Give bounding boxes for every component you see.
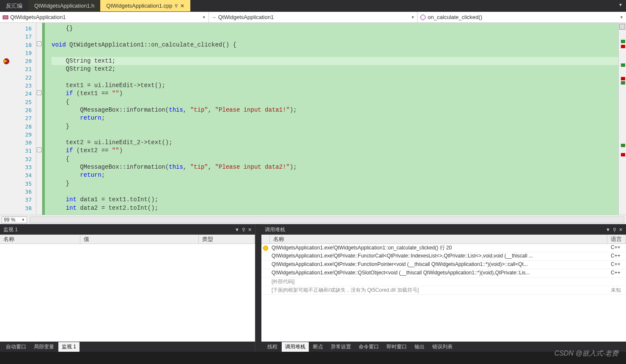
panel-splitter[interactable] xyxy=(255,224,261,352)
code-line[interactable]: void QtWidgetsApplication1::on_calculate… xyxy=(52,41,618,49)
callstack-body[interactable]: QtWidgetsApplication1.exe!QtWidgetsAppli… xyxy=(261,244,626,342)
arrow-right-icon: → xyxy=(211,14,217,20)
tab-disassembly[interactable]: 反汇编 xyxy=(0,0,28,11)
bottom-tab[interactable]: 调用堆栈 xyxy=(282,342,309,352)
left-bottom-tabs: 自动窗口局部变量监视 1 xyxy=(0,342,255,352)
callstack-row[interactable]: QtWidgetsApplication1.exe!QtWidgetsAppli… xyxy=(261,244,626,252)
callstack-row[interactable]: QtWidgetsApplication1.exe!QtPrivate::QSl… xyxy=(261,269,626,278)
bottom-tab[interactable]: 监视 1 xyxy=(58,342,80,352)
fold-toggle[interactable]: − xyxy=(37,41,41,46)
breakpoint-gutter[interactable]: ➤ xyxy=(0,23,12,215)
tab-header-file[interactable]: QtWidgetsApplication1.h xyxy=(28,0,100,11)
document-tab-bar: 反汇编 QtWidgetsApplication1.h QtWidgetsApp… xyxy=(0,0,626,12)
dropdown-icon[interactable]: ▼ xyxy=(235,227,239,232)
code-line[interactable]: QMessageBox::information(this, "tip", "P… xyxy=(52,106,618,114)
split-icon[interactable] xyxy=(619,24,625,30)
zoom-bar: 99 % ▼ xyxy=(0,215,626,224)
chevron-down-icon: ▼ xyxy=(202,15,206,19)
callstack-row[interactable]: [下面的框架可能不正确和/或缺失，没有为 Qt5Cored.dll 加载符号]未… xyxy=(261,286,626,295)
code-line[interactable] xyxy=(52,49,618,57)
code-line[interactable]: QString text1; xyxy=(52,57,618,65)
close-icon[interactable]: ✕ xyxy=(248,227,252,233)
chevron-down-icon: ▼ xyxy=(21,218,25,222)
col-lang[interactable]: 语言 xyxy=(607,235,626,244)
callstack-row[interactable]: [外部代码] xyxy=(261,278,626,286)
bottom-tab[interactable]: 断点 xyxy=(310,342,327,352)
bottom-tab[interactable]: 命令窗口 xyxy=(355,342,382,352)
watch-panel-title: 监视 1 xyxy=(3,226,232,233)
method-icon xyxy=(420,14,426,20)
watch-grid-header: 名称 值 类型 xyxy=(0,235,255,244)
svg-rect-0 xyxy=(3,16,8,19)
fold-toggle[interactable]: − xyxy=(37,90,41,95)
zoom-combo[interactable]: 99 % ▼ xyxy=(2,216,27,223)
execution-pointer-icon: ➤ xyxy=(3,57,8,64)
dropdown-icon[interactable]: ▼ xyxy=(606,227,610,232)
svg-rect-1 xyxy=(420,14,426,20)
pin-icon[interactable]: ⚲ xyxy=(242,227,245,233)
code-line[interactable] xyxy=(52,33,618,41)
overview-ruler[interactable] xyxy=(618,23,626,215)
callstack-grid-header: 名称 语言 xyxy=(261,235,626,244)
bottom-tab[interactable]: 异常设置 xyxy=(327,342,354,352)
project-icon xyxy=(3,14,8,20)
col-value[interactable]: 值 xyxy=(80,235,199,244)
code-line[interactable]: { xyxy=(52,155,618,163)
fold-strip[interactable]: − − − xyxy=(36,23,42,215)
code-line[interactable] xyxy=(52,74,618,82)
callstack-panel-title: 调用堆栈 xyxy=(265,226,603,233)
callstack-row[interactable]: QtWidgetsApplication1.exe!QtPrivate::Fun… xyxy=(261,261,626,269)
code-line[interactable]: } xyxy=(52,123,618,131)
callstack-row[interactable]: QtWidgetsApplication1.exe!QtPrivate::Fun… xyxy=(261,252,626,261)
chevron-down-icon: ▼ xyxy=(411,15,415,19)
scope-combo[interactable]: QtWidgetsApplication1 ▼ xyxy=(0,12,209,22)
class-combo[interactable]: → QtWidgetsApplication1 ▼ xyxy=(209,12,418,22)
current-frame-icon xyxy=(263,246,268,251)
right-bottom-tabs: 线程调用堆栈断点异常设置命令窗口即时窗口输出错误列表 xyxy=(261,342,626,352)
bottom-tab[interactable]: 错误列表 xyxy=(429,342,456,352)
code-editor[interactable]: ➤ 16171819202122232425262728293031323334… xyxy=(0,23,626,215)
watch-panel: 监视 1 ▼ ⚲ ✕ 名称 值 类型 自动窗口局部变量监视 1 xyxy=(0,224,255,352)
tab-overflow-icon[interactable]: ▾ xyxy=(615,0,626,11)
function-combo[interactable]: on_calculate_clicked() ▼ xyxy=(417,12,626,22)
chevron-down-icon: ▼ xyxy=(620,15,623,19)
bottom-tab[interactable]: 自动窗口 xyxy=(3,342,30,352)
code-line[interactable] xyxy=(52,188,618,196)
code-line[interactable]: int data2 = text2.toInt(); xyxy=(52,204,618,212)
pin-icon[interactable]: ⚲ xyxy=(613,227,616,233)
watch-body[interactable] xyxy=(0,244,255,342)
bottom-tab[interactable]: 局部变量 xyxy=(30,342,58,352)
bottom-tab[interactable]: 线程 xyxy=(264,342,281,352)
horizontal-scrollbar[interactable] xyxy=(30,216,624,223)
code-line[interactable]: return; xyxy=(52,171,618,179)
code-line[interactable]: text1 = ui.lineEdit->text(); xyxy=(52,82,618,90)
code-line[interactable]: if (text1 == "") xyxy=(52,90,618,98)
code-text[interactable]: {}void QtWidgetsApplication1::on_calcula… xyxy=(45,23,618,215)
code-line[interactable]: {} xyxy=(52,25,618,33)
code-line[interactable]: int data1 = text1.toInt(); xyxy=(52,196,618,204)
code-line[interactable]: QMessageBox::information(this, "tip", "P… xyxy=(52,163,618,171)
code-line[interactable]: QString text2; xyxy=(52,65,618,73)
col-name[interactable]: 名称 xyxy=(270,235,607,244)
close-icon[interactable]: ✕ xyxy=(619,227,623,233)
code-line[interactable]: if (text2 == "") xyxy=(52,147,618,155)
code-line[interactable]: } xyxy=(52,180,618,188)
bottom-tab[interactable]: 输出 xyxy=(411,342,428,352)
bottom-tab[interactable]: 即时窗口 xyxy=(383,342,410,352)
close-icon[interactable]: ✕ xyxy=(180,3,184,9)
col-name[interactable]: 名称 xyxy=(0,235,80,244)
pin-icon[interactable]: ⚲ xyxy=(175,3,178,8)
tab-source-file[interactable]: QtWidgetsApplication1.cpp ⚲ ✕ xyxy=(100,0,190,11)
code-line[interactable]: { xyxy=(52,98,618,106)
callstack-panel: 调用堆栈 ▼ ⚲ ✕ 名称 语言 QtWidgetsApplication1.e… xyxy=(261,224,626,352)
navigation-bar: QtWidgetsApplication1 ▼ → QtWidgetsAppli… xyxy=(0,12,626,23)
fold-toggle[interactable]: − xyxy=(37,148,41,152)
code-line[interactable]: return; xyxy=(52,114,618,122)
tab-label: QtWidgetsApplication1.cpp xyxy=(106,3,172,9)
code-line[interactable] xyxy=(52,131,618,139)
code-line[interactable]: text2 = ui.lineEdit_2->text(); xyxy=(52,139,618,147)
col-type[interactable]: 类型 xyxy=(199,235,255,244)
